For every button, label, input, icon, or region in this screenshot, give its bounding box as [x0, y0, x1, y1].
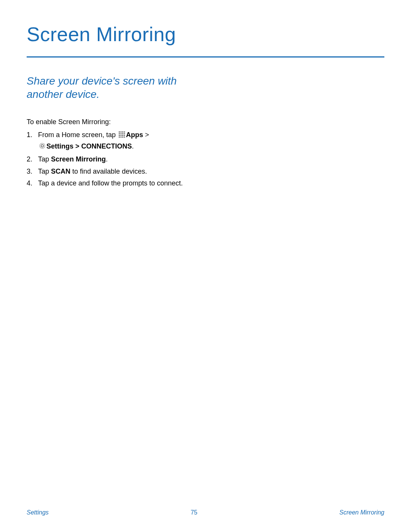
svg-rect-7 [124, 133, 125, 134]
document-page: Screen Mirroring Share your device's scr… [0, 0, 411, 532]
steps-list: From a Home screen, tap Apps > Settings … [27, 130, 209, 189]
svg-rect-11 [124, 135, 125, 136]
title-rule [27, 56, 384, 58]
step-2: Tap Screen Mirroring. [27, 154, 209, 165]
step-1-gt: > [143, 131, 149, 139]
step-1-mid: > [73, 142, 81, 150]
svg-rect-1 [121, 131, 122, 133]
step-3-text-2: to find available devices. [70, 168, 147, 175]
svg-rect-0 [119, 131, 120, 133]
step-1-end: . [132, 142, 134, 150]
step-4: Tap a device and follow the prompts to c… [27, 178, 209, 189]
step-4-text-1: Tap a device and follow the prompts to c… [38, 179, 183, 187]
footer-page-number: 75 [191, 509, 198, 516]
page-title: Screen Mirroring [27, 23, 384, 46]
svg-rect-12 [119, 136, 120, 137]
step-3: Tap SCAN to find available devices. [27, 166, 209, 177]
body-content: To enable Screen Mirroring: From a Home … [27, 117, 209, 189]
step-2-bold: Screen Mirroring [51, 155, 106, 163]
page-subtitle: Share your device's screen with another … [27, 74, 202, 101]
step-2-text-1: Tap [38, 155, 51, 163]
svg-rect-4 [119, 133, 120, 134]
svg-rect-5 [121, 133, 122, 134]
svg-point-17 [41, 145, 43, 147]
step-1-text-1: From a Home screen, tap [38, 131, 118, 139]
step-3-text-1: Tap [38, 168, 51, 175]
step-3-bold: SCAN [51, 168, 70, 175]
intro-text: To enable Screen Mirroring: [27, 117, 209, 128]
svg-rect-3 [124, 131, 125, 133]
svg-rect-15 [124, 136, 125, 137]
svg-point-16 [40, 143, 45, 149]
svg-rect-8 [119, 135, 120, 136]
settings-gear-icon [39, 142, 46, 153]
step-1-settings: Settings [46, 142, 73, 150]
svg-rect-14 [122, 136, 123, 137]
footer-right: Screen Mirroring [339, 509, 384, 516]
step-2-end: . [106, 155, 108, 163]
step-1-conn: CONNECTIONS [81, 142, 132, 150]
svg-rect-10 [122, 135, 123, 136]
svg-rect-9 [121, 135, 122, 136]
svg-rect-2 [122, 131, 123, 133]
svg-rect-6 [122, 133, 123, 134]
step-1: From a Home screen, tap Apps > Settings … [27, 130, 209, 153]
apps-grid-icon [118, 131, 125, 141]
page-footer: Settings 75 Screen Mirroring [27, 509, 384, 516]
footer-left: Settings [27, 509, 49, 516]
step-1-apps: Apps [126, 131, 143, 139]
svg-rect-13 [121, 136, 122, 137]
